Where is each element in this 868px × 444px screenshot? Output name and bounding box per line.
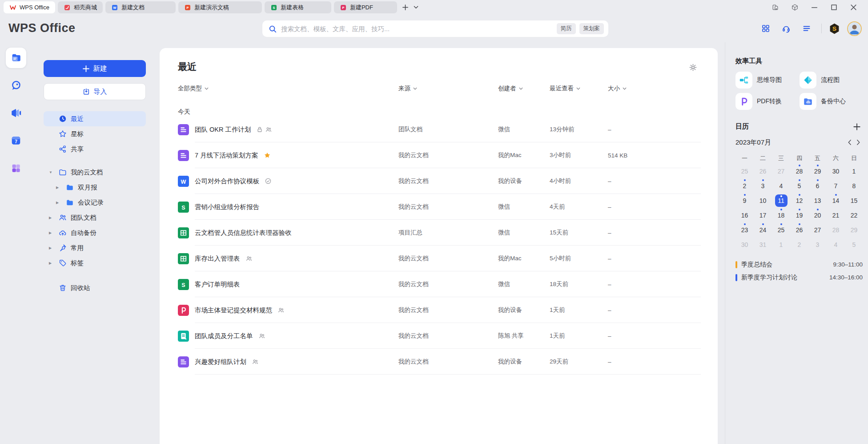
efficiency-tool[interactable]: 流程图 (800, 72, 864, 89)
plus-icon[interactable] (400, 2, 411, 13)
file-row[interactable]: 云文档管人员信息统计表理器验收 项目汇总 微信 15天前 – (178, 220, 701, 246)
rail-item[interactable] (6, 48, 26, 68)
calendar-day[interactable]: 18 (772, 208, 790, 222)
filter-dropdown[interactable]: 创建者 (498, 85, 550, 93)
calendar-day[interactable]: 26 (790, 222, 808, 237)
chevron-left-icon[interactable] (845, 138, 854, 147)
calendar-day[interactable]: 28 (827, 222, 845, 237)
sidebar-item[interactable]: ▶ 团队文档 (44, 210, 146, 225)
header-icon-button[interactable] (758, 20, 774, 36)
calendar-day[interactable]: 26 (754, 164, 772, 178)
file-row[interactable]: W 公司对外合作协议模板 我的云文档 我的设备 4小时前 – (178, 168, 701, 194)
close-icon[interactable] (847, 2, 860, 13)
sidebar-item[interactable]: 回收站 (44, 280, 146, 295)
expand-arrow-icon[interactable]: ▶ (56, 186, 66, 190)
header-icon-button[interactable] (778, 20, 794, 36)
calendar-day[interactable]: 29 (845, 222, 863, 237)
calendar-day[interactable]: 16 (735, 208, 754, 222)
sidebar-item[interactable]: ▶ 标签 (44, 255, 146, 270)
expand-arrow-icon[interactable]: ▶ (49, 261, 59, 265)
expand-arrow-icon[interactable]: ▼ (49, 170, 59, 174)
sidebar-item[interactable]: ▶ 常用 (44, 240, 146, 255)
file-row[interactable]: S 客户订单明细表 我的云文档 微信 18天前 – (178, 271, 701, 297)
sidebar-item[interactable]: 最近 (44, 111, 146, 126)
sidebar-item[interactable]: 星标 (44, 126, 146, 141)
new-document-button[interactable]: 新建 (44, 60, 146, 77)
file-row[interactable]: 市场主体登记提交材料规范 我的云文档 我的设备 1天前 – (178, 297, 701, 323)
calendar-day[interactable]: 27 (808, 222, 827, 237)
app-tab[interactable]: P 新建演示文稿 (178, 1, 262, 13)
efficiency-tool[interactable]: 备份中心 (800, 93, 864, 110)
search-hot-tag[interactable]: 策划案 (579, 23, 604, 34)
calendar-day[interactable]: 22 (845, 208, 863, 222)
search-input[interactable] (281, 25, 557, 32)
calendar-day[interactable]: 3 (754, 178, 772, 193)
calendar-day[interactable]: 11 (772, 193, 790, 208)
calendar-day[interactable]: 31 (754, 237, 772, 252)
expand-arrow-icon[interactable]: ▶ (49, 216, 59, 220)
rail-item[interactable]: 7 (6, 130, 26, 151)
rail-item[interactable] (6, 103, 26, 123)
avatar-icon[interactable] (847, 21, 862, 36)
minimize-icon[interactable] (808, 2, 821, 13)
efficiency-tool[interactable]: PDF转换 (735, 93, 800, 110)
calendar-day[interactable]: 17 (754, 208, 772, 222)
calendar-day[interactable]: 29 (808, 164, 827, 178)
sidebar-item[interactable]: ▶ 双月报 (44, 180, 146, 195)
plus-icon[interactable] (853, 123, 861, 131)
calendar-day[interactable]: 27 (772, 164, 790, 178)
calendar-day[interactable]: 25 (735, 164, 754, 178)
file-row[interactable]: 兴趣爱好组队计划 我的云文档 我的设备 29天前 – (178, 349, 701, 375)
maximize-icon[interactable] (827, 2, 840, 13)
sidebar-item[interactable]: 共享 (44, 141, 146, 157)
sidebar-item[interactable]: ▶ 自动备份 (44, 225, 146, 240)
chevron-down-icon[interactable] (411, 3, 421, 12)
file-row[interactable]: 库存出入管理表 我的云文档 我的Mac 5小时前 – (178, 246, 701, 271)
calendar-event[interactable]: 新季度学习计划讨论 14:30–16:00 (735, 271, 863, 284)
calendar-day[interactable]: 6 (808, 178, 827, 193)
calendar-day[interactable]: 7 (827, 178, 845, 193)
calendar-day[interactable]: 4 (827, 237, 845, 252)
search-hot-tag[interactable]: 简历 (557, 23, 576, 34)
rail-item[interactable] (6, 158, 26, 178)
calendar-day[interactable]: 12 (790, 193, 808, 208)
expand-arrow-icon[interactable]: ▶ (49, 246, 59, 250)
filter-dropdown[interactable]: 最近查看 (550, 85, 608, 93)
app-tab[interactable]: S 新建表格 (265, 1, 331, 13)
file-row[interactable]: S 营销小组业绩分析报告 我的云文档 微信 4天前 – (178, 194, 701, 220)
calendar-day[interactable]: 8 (845, 178, 863, 193)
import-button[interactable]: 导入 (44, 83, 146, 100)
calendar-day[interactable]: 23 (735, 222, 754, 237)
filter-dropdown[interactable]: 来源 (398, 85, 498, 93)
calendar-day[interactable]: 1 (845, 164, 863, 178)
calendar-day[interactable]: 30 (827, 164, 845, 178)
chevron-right-icon[interactable] (854, 138, 863, 147)
efficiency-tool[interactable]: 思维导图 (735, 72, 800, 89)
filter-dropdown[interactable]: 大小 (608, 85, 701, 93)
app-tab[interactable]: P 新建PDF (334, 1, 397, 13)
search-bar[interactable]: 简历策划案 (262, 20, 608, 37)
app-tab[interactable]: 稻壳商城 (58, 1, 103, 13)
calendar-day[interactable]: 21 (827, 208, 845, 222)
calendar-day[interactable]: 4 (772, 178, 790, 193)
gear-icon[interactable] (689, 63, 697, 72)
calendar-day[interactable]: 10 (754, 193, 772, 208)
app-tab[interactable]: WPS Office (4, 1, 55, 13)
calendar-day[interactable]: 9 (735, 193, 754, 208)
file-row[interactable]: 团队成员及分工名单 我的云文档 陈旭 共享 1天前 – (178, 323, 701, 349)
calendar-day[interactable]: 13 (808, 193, 827, 208)
sidebar-item[interactable]: ▼ 我的云文档 (44, 165, 146, 180)
calendar-day[interactable]: 1 (772, 237, 790, 252)
calendar-day[interactable]: 5 (790, 178, 808, 193)
calendar-day[interactable]: 25 (772, 222, 790, 237)
file-row[interactable]: 团队 OKR 工作计划 团队文档 微信 13分钟前 – (178, 117, 701, 142)
file-row[interactable]: 7 月线下活动策划方案 我的云文档 我的Mac 3小时前 514 KB (178, 142, 701, 168)
calendar-event[interactable]: 季度总结会 9:30–11:00 (735, 258, 863, 271)
devices-icon[interactable] (768, 2, 782, 13)
calendar-day[interactable]: 2 (790, 237, 808, 252)
header-icon-button[interactable] (799, 20, 815, 36)
calendar-day[interactable]: 20 (808, 208, 827, 222)
calendar-day[interactable]: 28 (790, 164, 808, 178)
expand-arrow-icon[interactable]: ▶ (56, 201, 66, 205)
calendar-day[interactable]: 2 (735, 178, 754, 193)
